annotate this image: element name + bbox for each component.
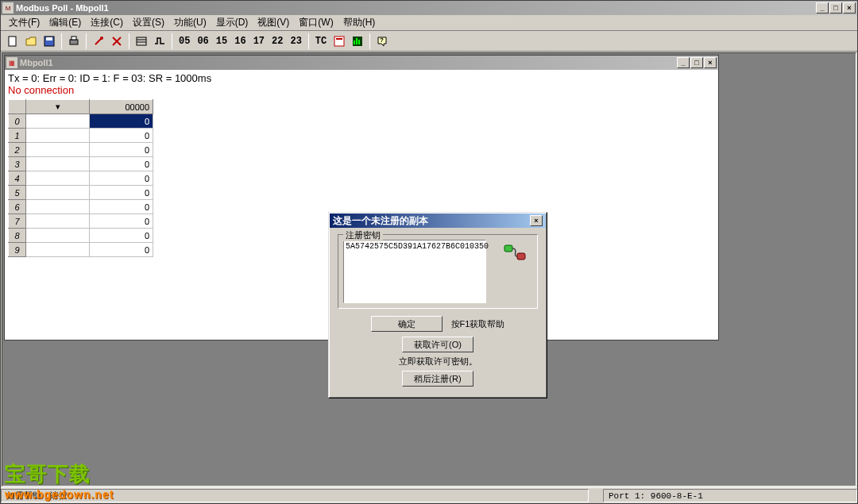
row-header[interactable]: 7 [9,214,26,229]
cell-alias[interactable] [26,171,90,186]
cell-value[interactable]: 0 [90,129,153,143]
child-close-button[interactable]: × [704,57,717,68]
cell-value[interactable]: 0 [90,186,153,200]
svg-text:?: ? [380,37,384,44]
func-23[interactable]: 23 [287,33,304,50]
no-connection-label: No connection [8,84,715,96]
close-button[interactable]: × [843,2,856,13]
menu-setup[interactable]: 设置(S) [128,14,169,31]
child-title: Mbpoll1 [20,58,677,67]
table-col2-header[interactable]: 00000 [90,100,153,114]
disconnect-icon[interactable] [108,33,126,50]
menu-edit[interactable]: 编辑(E) [44,14,86,31]
menu-view[interactable]: 视图(V) [253,14,294,31]
cell-alias[interactable] [26,229,90,243]
svg-rect-3 [70,40,78,44]
row-header[interactable]: 3 [9,157,26,171]
cell-value[interactable]: 0 [90,114,153,129]
maximize-button[interactable]: □ [829,2,842,13]
menu-window[interactable]: 窗口(W) [294,14,338,31]
open-icon[interactable] [22,33,40,50]
watermark-line2: www.bgedown.net [5,488,114,501]
child-minimize-button[interactable]: _ [677,57,690,68]
svg-rect-2 [46,37,52,40]
table-row: 70 [9,214,153,229]
cell-value[interactable]: 0 [90,171,153,186]
app-icon: M [2,2,14,13]
toolbar-separator [129,33,129,49]
minimize-button[interactable]: _ [816,2,829,13]
cell-alias[interactable] [26,214,90,229]
dialog-body: 注册密钥 5A5742575C5D391A17627B6C010350 确定 按… [330,228,546,397]
table-row: 50 [9,186,153,200]
dialog-title-bar: 这是一个未注册的副本 × [330,214,546,228]
connect-icon[interactable] [90,33,107,50]
cell-alias[interactable] [26,243,90,257]
func-16[interactable]: 16 [231,33,249,50]
cell-alias[interactable] [26,114,90,129]
row-header[interactable]: 1 [9,129,26,143]
svg-rect-18 [504,245,512,252]
row-header[interactable]: 8 [9,229,26,243]
status-bar: 如需帮助，请按 Port 1: 9600-8-E-1 [1,487,857,503]
dialog-close-button[interactable]: × [530,215,543,226]
toolbar-separator [61,33,62,49]
func-17[interactable]: 17 [250,33,268,50]
table-row: 20 [9,143,153,157]
menu-display[interactable]: 显示(D) [211,14,253,31]
func-05[interactable]: 05 [176,33,193,50]
menu-functions[interactable]: 功能(U) [169,14,211,31]
table-corner[interactable] [9,100,26,114]
traffic-icon[interactable] [349,33,366,50]
print-icon[interactable] [65,33,83,50]
cell-value[interactable]: 0 [90,229,153,243]
cell-alias[interactable] [26,186,90,200]
get-license-button[interactable]: 获取许可(O) [402,337,473,352]
child-window-controls: _ □ × [677,57,717,68]
row-header[interactable]: 5 [9,186,26,200]
cell-value[interactable]: 0 [90,243,153,257]
svg-rect-15 [356,38,358,44]
row-header[interactable]: 4 [9,171,26,186]
cell-alias[interactable] [26,143,90,157]
svg-rect-8 [137,37,146,45]
cell-value[interactable]: 0 [90,214,153,229]
register-later-button[interactable]: 稍后注册(R) [402,371,473,387]
poll-status: Tx = 0: Err = 0: ID = 1: F = 03: SR = 10… [8,72,715,84]
cell-alias[interactable] [26,200,90,214]
menu-help[interactable]: 帮助(H) [338,14,381,31]
mdi-area: ▦ Mbpoll1 _ □ × Tx = 0: Err = 0: ID = 1:… [2,52,856,487]
cell-alias[interactable] [26,157,90,171]
watermark: 宝哥下载 www.bgedown.net [5,460,114,501]
svg-rect-0 [9,37,16,46]
menu-file[interactable]: 文件(F) [4,14,44,31]
table-col1-header[interactable]: ▾ [26,100,90,114]
cell-value[interactable]: 0 [90,143,153,157]
func-06[interactable]: 06 [194,33,211,50]
row-header[interactable]: 2 [9,143,26,157]
ok-button[interactable]: 确定 [371,316,443,332]
menu-connection[interactable]: 连接(C) [86,14,128,31]
cell-value[interactable]: 0 [90,157,153,171]
license-hint: 立即获取许可密钥。 [338,356,538,367]
log-icon[interactable] [330,33,348,50]
func-15[interactable]: 15 [213,33,230,50]
new-icon[interactable] [4,33,21,50]
cell-value[interactable]: 0 [90,200,153,214]
child-maximize-button[interactable]: □ [690,57,703,68]
definition-icon[interactable] [133,33,150,50]
row-header[interactable]: 0 [9,114,26,129]
svg-rect-4 [72,37,76,40]
cell-alias[interactable] [26,129,90,143]
table-row: 10 [9,129,153,143]
key-textarea[interactable]: 5A5742575C5D391A17627B6C010350 [343,240,486,303]
row-header[interactable]: 6 [9,200,26,214]
svg-rect-12 [336,38,342,40]
func-22[interactable]: 22 [269,33,286,50]
pulse-icon[interactable] [151,33,168,50]
row-header[interactable]: 9 [9,243,26,257]
help-icon[interactable]: ? [373,33,391,50]
child-title-bar: ▦ Mbpoll1 _ □ × [5,56,718,70]
test-center[interactable]: TC [312,33,330,50]
save-icon[interactable] [41,33,58,50]
